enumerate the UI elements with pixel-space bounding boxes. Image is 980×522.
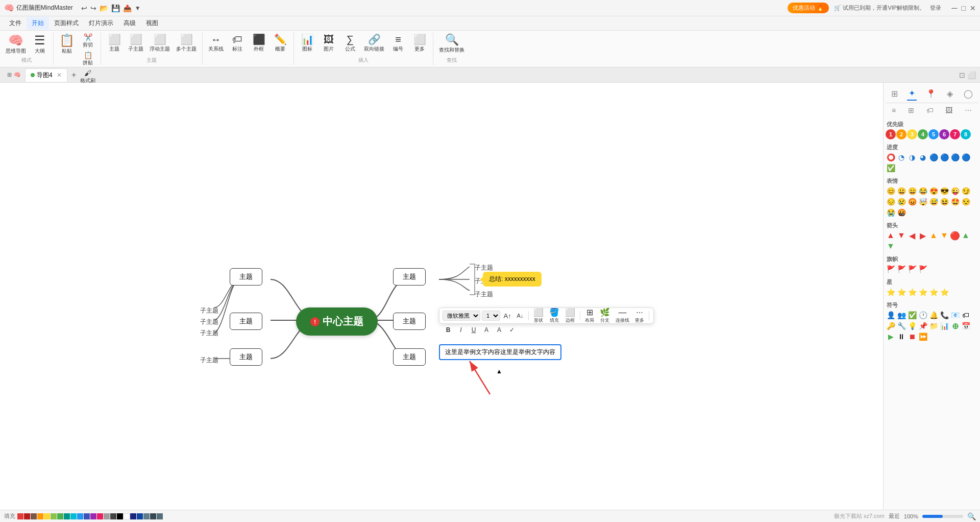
menu-file[interactable]: 文件 [4,17,27,30]
rp-tab-grid[interactable]: ⊞ [890,87,899,100]
tb-copy-btn[interactable]: 📋 拼贴 [78,51,97,67]
emoji-rage[interactable]: 🤬 [896,207,906,218]
tab-item-map4[interactable]: 导图4 ✕ [25,68,67,82]
emoji-sweat[interactable]: 😅 [928,197,939,207]
emoji-smirk[interactable]: 😏 [961,186,971,196]
arrow-down-red[interactable]: ▼ [896,230,906,241]
progress-2[interactable]: ◑ [907,152,917,162]
ft-highlight[interactable]: A [494,324,505,336]
node-left-1[interactable]: 主题 [230,268,262,286]
star-purple[interactable]: ⭐ [939,287,949,297]
emoji-joy[interactable]: 😂 [918,186,928,196]
tb-num-btn[interactable]: ≡ 编号 [388,33,408,54]
color-indigo[interactable] [84,513,90,519]
node-right-1[interactable]: 主题 [393,268,426,286]
symbol-bulb[interactable]: 💡 [907,321,917,331]
star-green[interactable]: ⭐ [918,287,928,297]
symbol-fast[interactable]: ⏩ [918,331,928,342]
tb-paste-btn[interactable]: 📋 粘贴 [57,33,77,56]
color-cyan[interactable] [70,513,77,519]
login-button[interactable]: 登录 [930,4,941,12]
symbol-person[interactable]: 👤 [886,310,896,320]
rp-subtab-img[interactable]: 🖼 [943,105,954,115]
ft-italic[interactable]: I [455,324,467,336]
priority-8[interactable]: 8 [961,129,971,139]
maximize-btn[interactable]: □ [962,4,966,13]
symbol-pause[interactable]: ⏸ [896,331,906,342]
left-subtopic-4[interactable]: 子主题 [200,356,218,365]
zoom-slider[interactable] [922,515,963,518]
open-btn[interactable]: 📂 [100,4,108,12]
star-blue[interactable]: ⭐ [928,287,939,297]
flag-green[interactable]: 🚩 [896,264,906,274]
tb-search-btn[interactable]: 🔍 查找和替换 [436,33,467,55]
undo-btn[interactable]: ↩ [81,4,87,12]
emoji-wink[interactable]: 😜 [950,186,960,196]
emoji-smug[interactable]: 😒 [961,197,971,207]
tb-topic-btn[interactable]: ⬜ 主题 [104,33,125,54]
ft-font-color[interactable]: A [481,324,492,336]
redo-btn[interactable]: ↪ [90,4,96,12]
symbol-tag[interactable]: 🏷 [961,310,971,320]
symbol-group[interactable]: 👥 [896,310,906,320]
ft-size-select[interactable]: 10 [482,311,500,321]
color-green[interactable] [57,513,63,519]
symbol-play-green[interactable]: ▶ [886,331,896,342]
tb-relation-btn[interactable]: ↔️ 关系线 [206,33,226,54]
progress-3[interactable]: ◕ [918,152,928,162]
rp-tab-diamond[interactable]: ◈ [945,87,954,100]
menu-page-style[interactable]: 页面样式 [49,17,84,30]
right-subtopic-3[interactable]: 子主题 [475,290,493,299]
symbol-tool[interactable]: 🔧 [896,321,906,331]
symbol-folder[interactable]: 📁 [928,321,939,331]
color-pink[interactable] [97,513,103,519]
ft-fontsize-down[interactable]: A↓ [514,310,526,321]
left-subtopic-3[interactable]: 子主题 [200,329,218,338]
priority-6[interactable]: 6 [939,129,949,139]
tab-add-button[interactable]: + [68,69,80,81]
ft-more-btn[interactable]: ··· 更多 [633,310,646,321]
color-darkred[interactable] [24,513,30,519]
canvas[interactable]: ! 中心主题 主题 主题 主题 主题 主题 主题 子主题 子主题 子主题 子主题… [0,83,883,510]
emoji-cool[interactable]: 😎 [939,186,949,196]
star-yellow[interactable]: ⭐ [907,287,917,297]
export-btn[interactable]: 📤 [123,4,132,12]
node-left-2[interactable]: 主题 [230,313,262,330]
arrow-down-green[interactable]: ▼ [886,241,896,251]
symbol-stop-red[interactable]: ⏹ [907,331,917,342]
split-view-btn[interactable]: ⊡ [959,71,965,79]
tb-mindmap-btn[interactable]: 🧠 思维导图 [3,33,29,56]
tb-label-btn[interactable]: 🏷 标注 [227,33,248,54]
color-bluegray[interactable] [143,513,150,519]
priority-2[interactable]: 2 [896,129,906,139]
tb-summary-btn[interactable]: ✏️ 概要 [270,33,290,54]
arrow-up-orange[interactable]: ▲ [928,230,939,241]
full-view-btn[interactable]: ⬜ [967,71,976,79]
rp-subtab-tag[interactable]: 🏷 [924,105,936,115]
ft-font-select[interactable]: 微软雅黑 [443,311,480,321]
symbol-bell[interactable]: 🔔 [928,310,939,320]
symbol-phone[interactable]: 📞 [939,310,949,320]
tb-outline-btn[interactable]: ☰ 大纲 [30,33,50,56]
arrow-down-orange[interactable]: ▼ [939,230,949,241]
emoji-grin[interactable]: 😆 [939,197,949,207]
priority-4[interactable]: 4 [918,129,928,139]
save-btn[interactable]: 💾 [111,4,120,12]
tb-more-insert-btn[interactable]: ⬜ 更多 [409,33,430,54]
ft-branch-btn[interactable]: 🌿 分支 [598,310,612,321]
symbol-mail[interactable]: 📧 [950,310,960,320]
ft-check[interactable]: ✓ [506,324,518,336]
left-subtopic-1[interactable]: 子主题 [200,306,218,315]
tb-subtopic-btn[interactable]: ⬜ 子主题 [126,33,146,54]
ft-connect-btn[interactable]: — 连接线 [614,310,631,321]
arrow-right-red[interactable]: ▶ [918,230,928,241]
close-btn[interactable]: ✕ [970,4,976,13]
progress-1[interactable]: ◔ [896,152,906,162]
color-red[interactable] [17,513,23,519]
color-blue[interactable] [77,513,83,519]
symbol-plus-green[interactable]: ⊕ [950,321,960,331]
arrow-left-red[interactable]: ◀ [907,230,917,241]
callout-node[interactable]: 总结: xxxxxxxxxx [483,272,542,287]
color-slate[interactable] [157,513,163,519]
flag-blue[interactable]: 🚩 [886,264,896,274]
